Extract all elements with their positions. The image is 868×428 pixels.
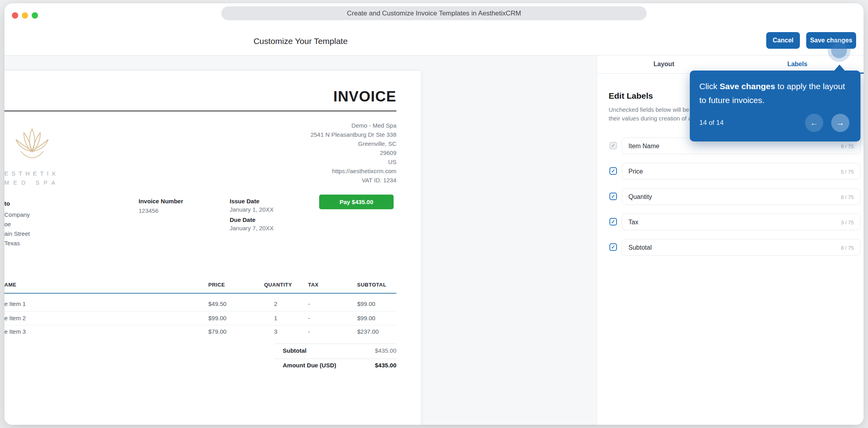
company-info-block: Demo - Med Spa 2541 N Pleasantburg Dr St… [310,121,396,185]
issue-date-label: Issue Date [230,198,259,204]
row-separator [4,325,396,325]
quantity-checkbox[interactable]: ✓ [609,193,617,200]
tab-layout[interactable]: Layout [597,61,731,68]
quantity-field[interactable]: Quantity 8 / 75 [622,188,860,205]
item-name: e Item 2 [4,315,26,321]
company-line: Demo - Med Spa [310,121,396,130]
arrow-right-icon: → [836,118,845,128]
col-header-subtotal: SUBTOTAL [357,282,386,288]
save-changes-button[interactable]: Save changes [806,32,856,49]
lotus-logo-icon [11,126,53,164]
invoice-number-label: Invoice Number [139,198,183,204]
summary-separator [274,359,396,359]
item-price: $99.00 [208,315,227,321]
tax-field[interactable]: Tax 3 / 75 [622,214,860,230]
pay-invoice-button[interactable]: Pay $435.00 [319,195,394,209]
field-char-count: 3 / 75 [841,214,854,231]
invoice-heading: INVOICE [333,88,396,105]
company-line: Greenville, SC [310,139,396,148]
item-price: $49.50 [208,300,227,307]
item-tax: - [308,315,310,321]
item-price: $79.00 [208,328,227,335]
company-line: https://aesthetixcrm.com [310,166,396,176]
due-date-label: Due Date [230,216,255,223]
billed-to-label: to [4,200,10,207]
item-qty: 1 [274,315,277,321]
item-tax: - [308,328,310,335]
col-header-name: AME [4,282,16,288]
logo-text-line1: ESTHETIX [4,170,59,177]
item-qty: 2 [274,300,277,307]
invoice-number-value: 123456 [139,207,158,214]
app-window: Create and Customize Invoice Templates i… [4,3,864,425]
subtotal-field[interactable]: Subtotal 8 / 75 [622,239,860,256]
field-label: Quantity [628,189,652,205]
tour-previous-button[interactable]: ← [805,114,823,132]
item-name-checkbox: ✓ [609,142,617,149]
subtotal-value: $435.00 [375,347,396,354]
arrow-left-icon: ← [810,118,819,128]
price-checkbox[interactable]: ✓ [609,167,617,175]
col-header-quantity: QUANTITY [264,282,292,288]
subtotal-label: Subtotal [283,347,306,354]
field-label: Subtotal [628,239,652,256]
description-line: their values during creation of a [609,114,691,123]
billed-line: ain Street [4,230,30,237]
item-name: e Item 3 [4,328,26,335]
edit-labels-heading: Edit Labels [609,91,653,101]
close-window-button[interactable] [12,12,18,19]
row-separator [4,311,396,311]
due-date-value: January 7, 20XX [230,225,274,231]
field-label: Tax [628,214,638,231]
page-title: Customize Your Template [4,36,597,46]
summary-separator [274,344,396,344]
item-name: e Item 1 [4,300,26,307]
field-label: Item Name [628,138,659,155]
item-subtotal: $237.00 [357,328,379,335]
company-line: US [310,157,396,166]
company-line: 29609 [310,148,396,157]
billed-line: Texas [4,240,20,246]
tour-step-counter: 14 of 14 [699,119,723,127]
tooltip-text: Click Save changes to apply the layout t… [690,71,860,107]
item-subtotal: $99.00 [357,300,375,307]
invoice-preview-pane: INVOICE ESTHETIX MED SPA Demo - Med Spa … [4,55,597,425]
price-field[interactable]: Price 5 / 75 [622,163,860,180]
table-header-rule [4,293,396,294]
description-line: Unchecked fields below will be [609,105,691,114]
cancel-button[interactable]: Cancel [766,32,800,49]
billed-line: oe [4,221,11,227]
amount-due-label: Amount Due (USD) [283,362,336,369]
amount-due-value: $435.00 [375,362,396,369]
company-line: VAT ID: 1234 [310,176,396,185]
invoice-heading-rule [4,111,396,111]
logo-text-line2: MED SPA [4,180,59,186]
col-header-tax: TAX [308,282,319,288]
field-char-count: 8 / 75 [841,189,854,205]
minimize-window-button[interactable] [22,12,28,19]
item-tax: - [308,300,310,307]
company-line: 2541 N Pleasantburg Dr Ste 338 [310,130,396,139]
field-char-count: 5 / 75 [841,163,854,180]
edit-labels-description: Unchecked fields below will be their val… [609,105,691,123]
window-title: Create and Customize Invoice Templates i… [221,6,647,20]
tour-pulse-highlight [831,42,847,58]
tooltip-caret [834,65,845,71]
subtotal-checkbox[interactable]: ✓ [609,243,617,251]
tour-tooltip: Click Save changes to apply the layout t… [690,71,860,141]
zoom-window-button[interactable] [32,12,38,19]
billed-line: Company [4,211,30,218]
invoice-page: INVOICE ESTHETIX MED SPA Demo - Med Spa … [4,71,421,425]
tax-checkbox[interactable]: ✓ [609,218,617,225]
field-char-count: 8 / 75 [841,239,854,256]
tour-next-button[interactable]: → [831,114,849,132]
item-qty: 3 [274,328,277,335]
item-subtotal: $99.00 [357,315,375,321]
issue-date-value: January 1, 20XX [230,206,274,213]
col-header-price: PRICE [208,282,225,288]
field-label: Price [628,163,643,180]
